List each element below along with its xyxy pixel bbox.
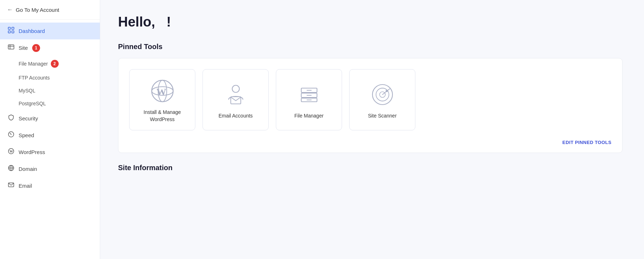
site-badge: 1 — [32, 44, 40, 52]
site-info-title: Site Information — [118, 164, 623, 172]
pinned-tools-title: Pinned Tools — [118, 43, 623, 51]
site-icon — [7, 44, 15, 52]
file-manager-badge: 2 — [51, 60, 59, 68]
dashboard-icon — [7, 27, 15, 35]
sidebar-item-domain[interactable]: Domain — [0, 160, 100, 177]
domain-label: Domain — [19, 166, 37, 172]
email-label: Email — [19, 183, 32, 189]
svg-rect-4 — [8, 45, 14, 49]
site-scanner-label: Site Scanner — [368, 112, 396, 120]
file-manager-sub-label: File Manager — [19, 61, 48, 67]
mysql-label: MySQL — [19, 88, 35, 93]
sidebar-item-site[interactable]: Site 1 — [0, 39, 100, 56]
install-wordpress-label: Install & Manage WordPress — [135, 109, 189, 123]
wordpress-label: WordPress — [19, 149, 45, 155]
sidebar-site-label: Site — [19, 45, 28, 51]
wordpress-icon: W — [7, 148, 15, 156]
svg-rect-3 — [12, 31, 14, 33]
sidebar-item-email[interactable]: Email — [0, 177, 100, 194]
main-content: Hello, ! Pinned Tools W Install & Manage… — [100, 0, 644, 259]
svg-point-19 — [232, 85, 239, 92]
file-manager-tool-icon — [296, 82, 322, 107]
page-greeting: Hello, ! — [118, 14, 623, 30]
svg-point-8 — [11, 134, 11, 135]
wordpress-tool-icon: W — [150, 78, 175, 104]
site-scanner-tool-icon — [370, 82, 395, 107]
edit-pinned-tools-container: EDIT PINNED TOOLS — [129, 139, 611, 145]
sidebar-item-dashboard[interactable]: Dashboard — [0, 23, 100, 39]
tool-card-site-scanner[interactable]: Site Scanner — [349, 69, 415, 130]
sidebar-dashboard-label: Dashboard — [19, 28, 45, 34]
sidebar-item-mysql[interactable]: MySQL — [0, 84, 100, 97]
greeting-text: Hello, — [118, 14, 155, 29]
domain-icon — [7, 165, 15, 173]
back-arrow-icon: ← — [7, 6, 13, 13]
svg-text:W: W — [10, 149, 13, 153]
sidebar-nav: Dashboard Site 1 File Manager 2 FTP Acco… — [0, 20, 100, 197]
svg-rect-1 — [12, 27, 14, 29]
postgresql-label: PostgreSQL — [19, 101, 46, 106]
sidebar-item-file-manager[interactable]: File Manager 2 — [0, 56, 100, 71]
tool-card-install-wordpress[interactable]: W Install & Manage WordPress — [129, 69, 195, 130]
greeting-suffix: ! — [166, 14, 171, 29]
go-to-my-account-button[interactable]: ← Go To My Account — [0, 0, 100, 20]
svg-rect-0 — [8, 27, 10, 29]
sidebar-item-wordpress[interactable]: W WordPress — [0, 144, 100, 160]
go-to-my-account-label: Go To My Account — [16, 7, 59, 13]
sidebar-item-postgresql[interactable]: PostgreSQL — [0, 97, 100, 110]
edit-pinned-tools-link[interactable]: EDIT PINNED TOOLS — [562, 140, 611, 145]
email-accounts-label: Email Accounts — [219, 112, 253, 120]
file-manager-label: File Manager — [294, 112, 324, 120]
sidebar-item-speed[interactable]: Speed — [0, 127, 100, 144]
svg-rect-2 — [8, 31, 10, 33]
tools-grid: W Install & Manage WordPress — [129, 69, 611, 130]
svg-point-31 — [386, 90, 388, 92]
tool-card-email-accounts[interactable]: Email Accounts — [203, 69, 269, 130]
speed-label: Speed — [19, 132, 34, 138]
sidebar: ← Go To My Account Dashboard — [0, 0, 100, 259]
pinned-tools-section: W Install & Manage WordPress — [118, 58, 623, 153]
sidebar-item-ftp-accounts[interactable]: FTP Accounts — [0, 71, 100, 84]
sidebar-item-security[interactable]: Security — [0, 110, 100, 127]
ftp-accounts-label: FTP Accounts — [19, 75, 50, 81]
email-icon — [7, 182, 15, 190]
svg-text:W: W — [156, 86, 166, 97]
tool-card-file-manager[interactable]: File Manager — [276, 69, 342, 130]
speed-icon — [7, 131, 15, 139]
email-accounts-tool-icon — [223, 82, 249, 107]
security-icon — [7, 114, 15, 123]
security-label: Security — [19, 115, 38, 121]
